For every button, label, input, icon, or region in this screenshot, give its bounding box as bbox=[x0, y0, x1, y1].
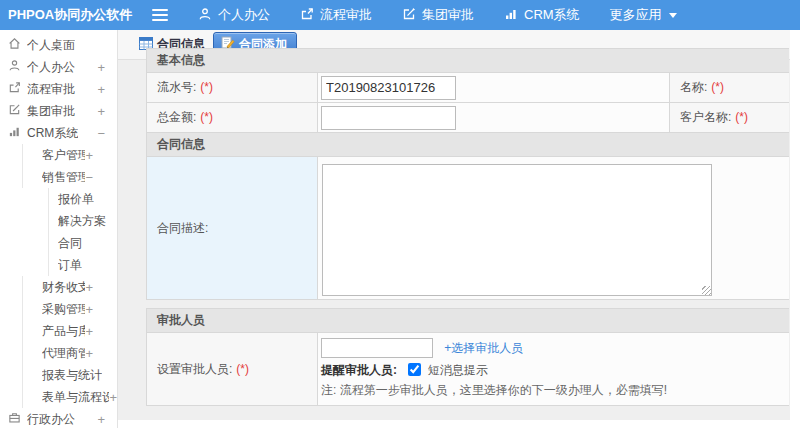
sidebar-item-contract[interactable]: 合同 bbox=[0, 232, 117, 254]
sidebar-item-admin-office[interactable]: 行政办公 + bbox=[0, 408, 117, 428]
sidebar-item-agent-mgmt[interactable]: 代理商管理 + bbox=[0, 342, 117, 364]
sidebar-item-crm-system[interactable]: CRM系统 − bbox=[0, 122, 117, 144]
contract-add-form: 基本信息 流水号:(*) 名称:(*) 总金额:(*) bbox=[146, 48, 789, 406]
set-approver-label: 设置审批人员:(*) bbox=[147, 333, 318, 406]
sidebar: 个人桌面 个人办公 + 流程审批 + 集团审批 + CRM系统 − 客户管理 + bbox=[0, 30, 118, 428]
chart-icon bbox=[504, 7, 524, 24]
scrollbar-track[interactable] bbox=[790, 30, 800, 428]
approver-note: 注: 流程第一步审批人员，这里选择你的下一级办理人，必需填写! bbox=[321, 382, 789, 399]
sidebar-item-product-inventory[interactable]: 产品与库存 + bbox=[0, 320, 117, 342]
sidebar-item-form-flow-settings[interactable]: 表单与流程设置 + bbox=[0, 386, 117, 408]
flow-icon bbox=[8, 81, 27, 97]
nav-personal-office[interactable]: 个人办公 bbox=[198, 6, 270, 24]
menu-toggle-icon[interactable] bbox=[152, 6, 168, 24]
sidebar-item-reports-stats[interactable]: 报表与统计 bbox=[0, 364, 117, 386]
nav-workflow-approval[interactable]: 流程审批 bbox=[300, 6, 372, 24]
approver-input[interactable] bbox=[321, 338, 433, 358]
chart-icon bbox=[8, 125, 27, 141]
edit-icon bbox=[8, 103, 27, 119]
serial-input[interactable] bbox=[321, 76, 456, 100]
name-label: 名称:(*) bbox=[670, 73, 790, 103]
nav-label: CRM系统 bbox=[524, 6, 580, 24]
amount-label: 总金额:(*) bbox=[147, 103, 318, 133]
customer-name-label: 客户名称:(*) bbox=[670, 103, 790, 133]
nav-group-approval[interactable]: 集团审批 bbox=[402, 6, 474, 24]
choose-approver-link[interactable]: +选择审批人员 bbox=[444, 341, 523, 355]
user-icon bbox=[8, 59, 27, 75]
sidebar-item-customer-mgmt[interactable]: 客户管理 + bbox=[0, 144, 117, 166]
sidebar-item-personal-office[interactable]: 个人办公 + bbox=[0, 56, 117, 78]
serial-label: 流水号:(*) bbox=[147, 73, 318, 103]
nav-crm-system[interactable]: CRM系统 bbox=[504, 6, 580, 24]
sidebar-item-finance[interactable]: 财务收支 + bbox=[0, 276, 117, 298]
sms-remind-checkbox[interactable] bbox=[408, 363, 421, 376]
content-area: 合同信息 合同添加 基本信息 流水号:(*) bbox=[118, 30, 800, 428]
flow-icon bbox=[300, 7, 320, 24]
user-icon bbox=[198, 7, 218, 24]
contract-desc-textarea[interactable] bbox=[322, 164, 712, 296]
bottom-strip bbox=[118, 420, 800, 428]
sidebar-item-workflow-approval[interactable]: 流程审批 + bbox=[0, 78, 117, 100]
nav-label: 集团审批 bbox=[422, 6, 474, 24]
home-icon bbox=[8, 37, 27, 53]
sidebar-item-quotation[interactable]: 报价单 bbox=[0, 188, 117, 210]
nav-label: 流程审批 bbox=[320, 6, 372, 24]
sidebar-item-personal-desktop[interactable]: 个人桌面 bbox=[0, 34, 117, 56]
section-basic-info: 基本信息 bbox=[147, 49, 790, 73]
amount-input[interactable] bbox=[321, 106, 456, 130]
section-approver: 审批人员 bbox=[147, 309, 790, 333]
caret-down-icon bbox=[669, 13, 677, 18]
sidebar-item-sales-mgmt[interactable]: 销售管理 − bbox=[0, 166, 117, 188]
sidebar-item-purchase-mgmt[interactable]: 采购管理 + bbox=[0, 298, 117, 320]
nav-label: 更多应用 bbox=[610, 6, 662, 24]
resize-grip-icon[interactable] bbox=[702, 286, 711, 295]
org-icon bbox=[8, 411, 27, 427]
sms-remind-label: 短消息提示 bbox=[428, 363, 488, 377]
edit-icon bbox=[402, 7, 422, 24]
top-bar: PHPOA协同办公软件 个人办公 流程审批 集团审批 CRM系统 更多应用 bbox=[0, 0, 800, 30]
sidebar-item-group-approval[interactable]: 集团审批 + bbox=[0, 100, 117, 122]
contract-desc-label: 合同描述: bbox=[147, 157, 318, 300]
app-logo: PHPOA协同办公软件 bbox=[0, 6, 132, 24]
remind-approver-label: 提醒审批人员: bbox=[321, 363, 397, 377]
section-contract-info: 合同信息 bbox=[147, 133, 790, 157]
nav-more-apps[interactable]: 更多应用 bbox=[610, 6, 677, 24]
nav-label: 个人办公 bbox=[218, 6, 270, 24]
sidebar-item-solution[interactable]: 解决方案 bbox=[0, 210, 117, 232]
sidebar-item-order[interactable]: 订单 bbox=[0, 254, 117, 276]
